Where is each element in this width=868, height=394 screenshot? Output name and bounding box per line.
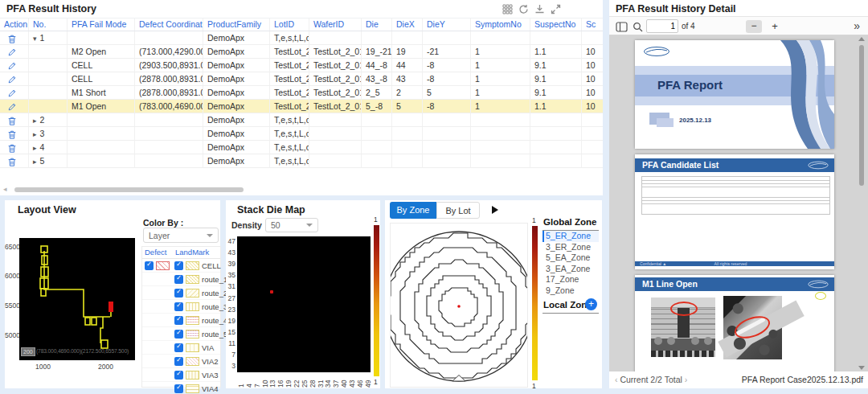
- checkbox-cell[interactable]: [174, 261, 183, 270]
- cell: 9.1: [530, 59, 582, 72]
- checkbox-route_2[interactable]: [174, 289, 183, 298]
- delete-icon[interactable]: [7, 116, 17, 126]
- column-header-symptomno[interactable]: SymptomNo: [471, 18, 530, 31]
- cell: [423, 31, 471, 44]
- sidebar-toggle-icon[interactable]: [616, 21, 628, 35]
- column-header-pfa-fail-mode[interactable]: PFA Fail Mode: [68, 18, 135, 31]
- refresh-icon[interactable]: [518, 4, 529, 14]
- expand-icon[interactable]: [551, 4, 561, 14]
- previous-report-icon[interactable]: [615, 375, 618, 384]
- cell: [29, 59, 68, 72]
- grid-view-icon[interactable]: [502, 4, 513, 14]
- row-expander-icon[interactable]: ▾: [33, 35, 37, 43]
- legend-landmark-cell: VIA3: [173, 371, 219, 380]
- delete-icon[interactable]: [7, 129, 17, 140]
- history-horizontal-scrollbar[interactable]: ◂: [0, 187, 603, 193]
- color-by-select[interactable]: Layer: [143, 228, 219, 243]
- cell: [0, 127, 29, 140]
- checkbox-route_5[interactable]: [174, 330, 183, 339]
- delete-icon[interactable]: [7, 34, 17, 44]
- checkbox-defect[interactable]: [145, 261, 154, 270]
- zone-item-5_ea_zone[interactable]: 5_EA_Zone: [542, 252, 599, 264]
- edit-icon[interactable]: [7, 75, 17, 84]
- cell: 5: [423, 86, 471, 99]
- row-expander-icon[interactable]: ▸: [33, 117, 37, 125]
- edit-icon[interactable]: [7, 102, 17, 112]
- scroll-left-icon[interactable]: ◂: [3, 185, 7, 193]
- checkbox-route_4[interactable]: [174, 316, 183, 325]
- cell: [423, 141, 471, 154]
- table-row[interactable]: ▸2DemoApxT,e,s,t,L,o,_2...: [0, 113, 603, 127]
- pdf-vertical-scrollbar[interactable]: [858, 37, 865, 370]
- checkbox-route_1[interactable]: [174, 275, 183, 284]
- delete-icon[interactable]: [7, 143, 17, 154]
- zone-item-17_zone[interactable]: 17_Zone: [542, 274, 599, 285]
- table-row[interactable]: ▸4DemoApxT,e,s,t,L,o,_2...: [0, 141, 603, 154]
- search-icon[interactable]: [633, 21, 643, 35]
- zoom-in-button[interactable]: +: [767, 20, 783, 33]
- row-expander-icon[interactable]: ▸: [33, 158, 37, 166]
- zone-item-3_er_zone[interactable]: 3_ER_Zone: [542, 242, 599, 253]
- column-header-productfamily[interactable]: ProductFamily: [203, 18, 270, 31]
- pdf-viewer[interactable]: PFA Report 2025.12.13 PFA Candidate List…: [609, 35, 868, 371]
- column-header-waferid[interactable]: WaferID: [309, 18, 362, 31]
- density-select[interactable]: 50: [265, 218, 318, 232]
- zone-item-9_zone[interactable]: 9_Zone: [542, 285, 599, 297]
- scrollbar-thumb[interactable]: [14, 187, 244, 192]
- edit-icon[interactable]: [7, 88, 17, 98]
- double-chevron-icon[interactable]: [854, 19, 860, 32]
- cell: -8: [423, 72, 471, 85]
- edit-icon[interactable]: [7, 61, 17, 71]
- add-local-zone-button[interactable]: +: [585, 298, 597, 310]
- play-icon[interactable]: [492, 206, 498, 214]
- column-header-diex[interactable]: DieX: [392, 18, 423, 31]
- row-expander-icon[interactable]: ▸: [33, 144, 37, 152]
- table-row[interactable]: CELL(2903.500,8931.000)(...DemoApxTestLo…: [0, 59, 603, 72]
- cell: [309, 31, 362, 44]
- legend-row: VIA3: [142, 368, 220, 382]
- edit-icon[interactable]: [7, 47, 17, 57]
- layout-canvas[interactable]: [19, 238, 135, 360]
- checkbox-via4[interactable]: [174, 384, 183, 393]
- row-expander-icon[interactable]: ▸: [33, 130, 37, 138]
- checkbox-via[interactable]: [174, 343, 183, 352]
- column-header-sc[interactable]: Sc: [582, 18, 603, 31]
- table-row[interactable]: ▸3DemoApxT,e,s,t,L,o,_2...: [0, 127, 603, 141]
- table-row[interactable]: M2 Open(713.000,4290.000)(2...DemoApxTes…: [0, 45, 603, 59]
- column-header-no-[interactable]: No.: [29, 18, 68, 31]
- table-row[interactable]: M1 Open(783.000,4690.000)(2...DemoApxTes…: [0, 100, 603, 113]
- table-row[interactable]: M1 Short(2878.000,8931.000)(...DemoApxTe…: [0, 86, 603, 100]
- column-header-lotid[interactable]: LotID: [270, 18, 309, 31]
- column-header-diey[interactable]: DieY: [423, 18, 471, 31]
- zone-item-3_ea_zone[interactable]: 3_EA_Zone: [542, 264, 599, 275]
- scrollbar-thumb[interactable]: [859, 45, 864, 186]
- scroll-up-icon[interactable]: [858, 37, 865, 41]
- checkbox-via2[interactable]: [174, 357, 183, 366]
- page-number-input[interactable]: [646, 19, 678, 33]
- checkbox-route_3[interactable]: [174, 302, 183, 311]
- density-value: 50: [271, 220, 280, 230]
- landmark-label: VIA: [202, 343, 214, 352]
- die-map-canvas[interactable]: [237, 236, 371, 372]
- column-header-defect-coordinate[interactable]: Defect Coordinate: [135, 18, 203, 31]
- swatch-route_4: [186, 316, 199, 325]
- table-row[interactable]: ▸5DemoApxT,e,s,t,L,o,_2...: [0, 154, 603, 168]
- wafer-zone-map[interactable]: [390, 223, 528, 388]
- zoom-out-button[interactable]: −: [746, 20, 762, 33]
- table-row[interactable]: ▾1DemoApxT,e,s,t,L,o,_2...: [0, 31, 603, 45]
- tab-by-lot[interactable]: By Lot: [436, 202, 480, 219]
- cell: [0, 86, 29, 99]
- scroll-down-icon[interactable]: [858, 366, 865, 370]
- download-icon[interactable]: [534, 4, 545, 14]
- zone-item-5_er_zone[interactable]: 5_ER_Zone: [542, 231, 599, 242]
- column-header-suspectno[interactable]: SuspectNo: [530, 18, 582, 31]
- next-report-icon[interactable]: [685, 375, 688, 384]
- checkbox-via3[interactable]: [174, 371, 183, 380]
- cell: [309, 113, 362, 126]
- column-header-action[interactable]: Action: [0, 18, 29, 31]
- pdf-page-cover: PFA Report 2025.12.13: [635, 40, 834, 149]
- table-row[interactable]: CELL(2878.000,8931.000)(...DemoApxTestLo…: [0, 72, 603, 86]
- delete-icon[interactable]: [7, 157, 17, 167]
- column-header-die[interactable]: Die: [362, 18, 392, 31]
- tab-by-zone[interactable]: By Zone: [390, 202, 436, 219]
